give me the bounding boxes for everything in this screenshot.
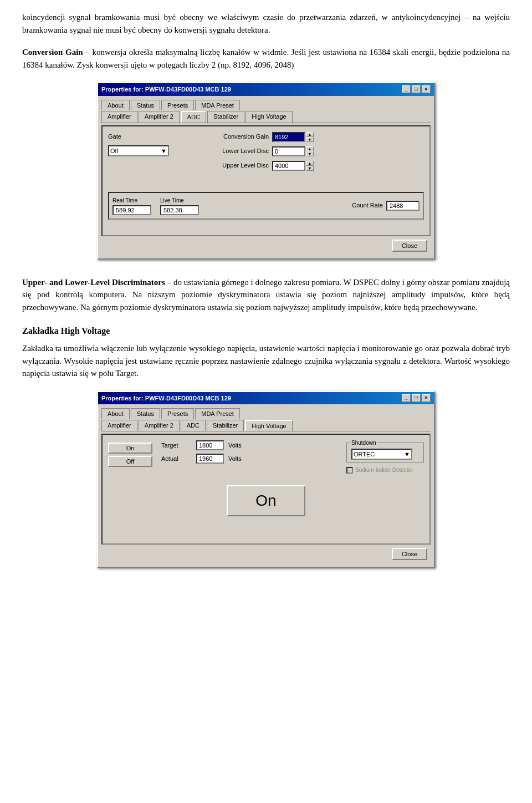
adc-dialog-titlebar: Properties for: PWFW-D43FD00D43 MCB 129 … <box>98 83 434 96</box>
hv-dialog-body: About Status Presets MDA Preset Amplifie… <box>98 404 434 567</box>
hv-text: Zakładka ta umożliwia włączenie lub wyłą… <box>22 342 510 380</box>
hv-big-on-button[interactable]: On <box>227 485 305 516</box>
tab-amplifier-1[interactable]: Amplifier <box>101 111 137 123</box>
conversion-gain-row: Conversion Gain ▲ ▼ <box>202 132 424 142</box>
gate-label: Gate <box>108 132 152 141</box>
hv-on-button[interactable]: On <box>108 443 152 454</box>
discriminators-paragraph: Upper- and Lower-Level Discriminators – … <box>22 276 510 314</box>
conversion-gain-spin-buttons: ▲ ▼ <box>306 132 314 142</box>
real-time-input[interactable] <box>112 205 151 215</box>
live-time-group: Live Time <box>160 196 199 215</box>
hv-fields-section: Target Volts Actual Volts <box>161 440 337 474</box>
tab-mda-preset-1[interactable]: MDA Preset <box>195 100 240 111</box>
adc-dialog-title: Properties for: PWFW-D43FD00D43 MCB 129 <box>101 85 231 94</box>
conversion-gain-term: Conversion Gain <box>22 48 83 57</box>
conversion-gain-spin-down[interactable]: ▼ <box>306 137 314 142</box>
upper-level-spin-down[interactable]: ▼ <box>306 166 314 171</box>
tab-about-hv[interactable]: About <box>101 408 130 419</box>
sodium-label: Sodium Iodide Detector <box>355 466 413 474</box>
adc-close-btn[interactable]: Close <box>392 240 427 252</box>
gate-select[interactable]: Off ▼ <box>108 145 169 156</box>
hv-close-btn[interactable]: Close <box>392 548 427 560</box>
count-rate-label: Count Rate <box>352 201 383 210</box>
hv-minimize-button[interactable]: _ <box>402 394 411 402</box>
adc-minimize-button[interactable]: _ <box>402 85 411 93</box>
hv-tab-row-1: About Status Presets MDA Preset Amplifie… <box>101 408 431 431</box>
adc-close-button[interactable]: × <box>422 85 431 93</box>
hv-dialog-container: Properties for: PWFW-D43FD00D43 MCB 129 … <box>22 391 510 568</box>
shutdown-select[interactable]: ORTEC ▼ <box>351 449 412 460</box>
hv-section-text: Zakładka ta umożliwia włączenie lub wyłą… <box>22 342 510 380</box>
count-rate-group: Count Rate <box>352 201 420 211</box>
gate-select-arrow-icon: ▼ <box>161 146 167 156</box>
gate-section: Gate Off ▼ <box>108 132 191 175</box>
hv-content-area: On Off Target Volts Actual <box>101 434 431 545</box>
shutdown-arrow-icon: ▼ <box>404 450 410 459</box>
upper-level-row: Upper Level Disc ▲ ▼ <box>202 161 424 171</box>
tab-about-1[interactable]: About <box>101 100 130 111</box>
adc-tabs-row2: Amplifier Amplifier 2 ADC Stabilizer Hig… <box>101 110 431 122</box>
shutdown-value: ORTEC <box>354 450 375 459</box>
tab-high-voltage-1[interactable]: High Voltage <box>245 111 292 123</box>
count-rate-input[interactable] <box>386 201 420 211</box>
tab-adc-1[interactable]: ADC <box>181 111 206 123</box>
hv-maximize-button[interactable]: □ <box>412 394 421 402</box>
conversion-gain-spin-up[interactable]: ▲ <box>306 132 314 137</box>
sodium-checkbox[interactable] <box>346 467 353 474</box>
tab-mda-preset-hv[interactable]: MDA Preset <box>195 408 240 419</box>
adc-content-area: Gate Off ▼ Conversion Gain <box>101 125 431 236</box>
intro-paragraph: koincydencji sygnał bramkowania musi być… <box>22 11 510 36</box>
tab-presets-hv[interactable]: Presets <box>161 408 194 419</box>
lower-level-input[interactable] <box>272 146 305 156</box>
tab-stabilizer-hv[interactable]: Stabilizer <box>207 420 244 431</box>
lower-level-spin-down[interactable]: ▼ <box>306 151 314 156</box>
hv-close-button[interactable]: × <box>422 394 431 402</box>
hv-target-unit: Volts <box>228 441 242 450</box>
hv-target-input[interactable] <box>196 440 224 450</box>
hv-actual-row: Actual Volts <box>161 454 337 464</box>
hv-dialog-title: Properties for: PWFW-D43FD00D43 MCB 129 <box>101 394 231 403</box>
lower-level-spin-buttons: ▲ ▼ <box>306 146 314 156</box>
adc-tab-row-1: About Status Presets MDA Preset Amplifie… <box>101 99 431 123</box>
tab-adc-hv[interactable]: ADC <box>181 420 206 431</box>
sodium-row: Sodium Iodide Detector <box>346 466 424 474</box>
hv-section-heading: Zakładka High Voltage <box>22 324 510 338</box>
adc-bottom-section: Real Time Live Time Count Rate <box>108 192 424 220</box>
tab-amplifier-hv[interactable]: Amplifier <box>101 420 137 431</box>
hv-dialog: Properties for: PWFW-D43FD00D43 MCB 129 … <box>97 391 435 568</box>
big-on-container: On <box>108 480 424 522</box>
shutdown-legend: Shutdown <box>350 439 377 447</box>
hv-actual-input[interactable] <box>196 454 224 464</box>
tab-status-hv[interactable]: Status <box>131 408 160 419</box>
time-fields-group: Real Time Live Time <box>112 196 199 215</box>
conversion-gain-text: – konwersja określa maksymalną liczbę ka… <box>22 48 510 69</box>
adc-main-layout: Gate Off ▼ Conversion Gain <box>108 132 424 175</box>
tab-amplifier2-1[interactable]: Amplifier 2 <box>139 111 180 123</box>
hv-off-button[interactable]: Off <box>108 456 152 467</box>
upper-level-input[interactable] <box>272 161 305 171</box>
adc-tabs-row1: About Status Presets MDA Preset <box>101 99 431 110</box>
lower-level-spin-up[interactable]: ▲ <box>306 146 314 151</box>
conversion-gain-input[interactable] <box>272 132 305 142</box>
lower-level-spinbox: ▲ ▼ <box>272 146 314 156</box>
gate-row: Gate <box>108 132 191 141</box>
tab-stabilizer-1[interactable]: Stabilizer <box>207 111 244 123</box>
upper-level-spin-buttons: ▲ ▼ <box>306 161 314 171</box>
discriminators-term: Upper- and Lower-Level Discriminators <box>22 278 165 287</box>
shutdown-section: Shutdown ORTEC ▼ Sodium Iodide Detector <box>346 441 424 474</box>
live-time-input[interactable] <box>160 205 199 215</box>
upper-level-label: Upper Level Disc <box>202 161 269 170</box>
hv-main-layout: On Off Target Volts Actual <box>108 440 424 474</box>
tab-presets-1[interactable]: Presets <box>161 100 194 111</box>
tab-high-voltage-hv[interactable]: High Voltage <box>245 420 292 431</box>
adc-dialog: Properties for: PWFW-D43FD00D43 MCB 129 … <box>97 82 435 260</box>
tab-amplifier2-hv[interactable]: Amplifier 2 <box>139 420 180 431</box>
intro-text: koincydencji sygnał bramkowania musi być… <box>22 11 510 36</box>
tab-status-1[interactable]: Status <box>131 100 160 111</box>
upper-level-spin-up[interactable]: ▲ <box>306 161 314 166</box>
lower-level-label: Lower Level Disc <box>202 146 269 156</box>
conversion-gain-label: Conversion Gain <box>202 132 269 141</box>
real-time-group: Real Time <box>112 196 151 215</box>
conversion-gain-paragraph: Conversion Gain – konwersja określa maks… <box>22 46 510 71</box>
adc-maximize-button[interactable]: □ <box>412 85 421 93</box>
